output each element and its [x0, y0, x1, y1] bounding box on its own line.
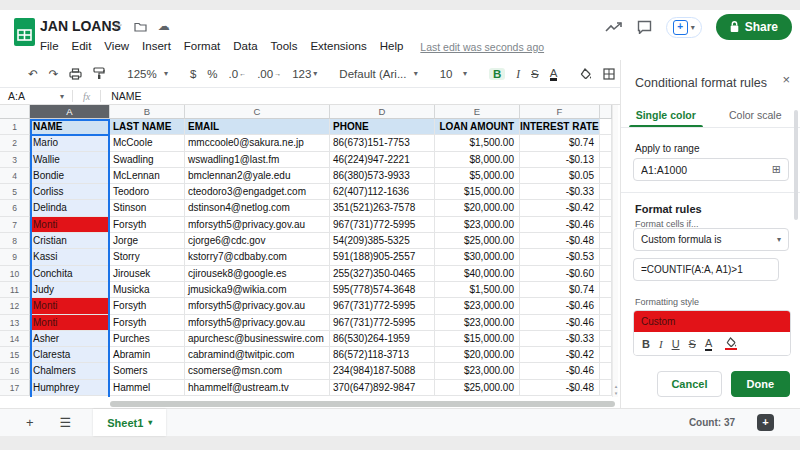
- cell-E14[interactable]: $15,000.00: [435, 331, 520, 347]
- row-header-13[interactable]: 13: [0, 315, 30, 331]
- close-icon[interactable]: ×: [782, 73, 790, 86]
- cell-D6[interactable]: 351(521)263-7578: [330, 200, 435, 216]
- name-box[interactable]: A:A: [0, 90, 60, 102]
- cell-A13[interactable]: Monti: [30, 315, 110, 331]
- cell-E3[interactable]: $8,000.00: [435, 152, 520, 168]
- cancel-button[interactable]: Cancel: [657, 371, 721, 397]
- column-header-E[interactable]: E: [435, 105, 520, 119]
- row-header-17[interactable]: 17: [0, 380, 30, 396]
- scroll-up-icon[interactable]: ▴: [613, 383, 619, 389]
- cell-D11[interactable]: 595(778)574-3648: [330, 282, 435, 298]
- cell-partial[interactable]: [600, 380, 612, 396]
- cell-partial[interactable]: [600, 152, 612, 168]
- cell-D9[interactable]: 591(188)905-2557: [330, 249, 435, 265]
- cell-F13[interactable]: -$0.46: [520, 315, 600, 331]
- cell-B8[interactable]: Jorge: [110, 233, 185, 249]
- cell-partial[interactable]: [600, 282, 612, 298]
- strikethrough-button[interactable]: S: [689, 338, 696, 350]
- cell-F12[interactable]: -$0.46: [520, 298, 600, 314]
- cell-E6[interactable]: $20,000.00: [435, 200, 520, 216]
- cell-E15[interactable]: $20,000.00: [435, 347, 520, 363]
- decrease-decimal-button[interactable]: .0←: [229, 68, 247, 80]
- cell-A6[interactable]: Delinda: [30, 200, 110, 216]
- cell-C2[interactable]: mmccoole0@sakura.ne.jp: [185, 135, 330, 151]
- row-header-12[interactable]: 12: [0, 298, 30, 314]
- cell-E10[interactable]: $40,000.00: [435, 266, 520, 282]
- row-header-1[interactable]: 1: [0, 119, 30, 135]
- cell-C4[interactable]: bmclennan2@yale.edu: [185, 168, 330, 184]
- condition-select[interactable]: Custom formula is ▾: [633, 228, 789, 251]
- cell-A11[interactable]: Judy: [30, 282, 110, 298]
- cell-B12[interactable]: Forsyth: [110, 298, 185, 314]
- cell-F16[interactable]: -$0.46: [520, 363, 600, 379]
- row-header-7[interactable]: 7: [0, 217, 30, 233]
- cell-partial[interactable]: [600, 347, 612, 363]
- formula-input[interactable]: NAME: [101, 90, 141, 102]
- tab-color-scale[interactable]: Color scale: [711, 102, 800, 127]
- cell-C16[interactable]: csomerse@msn.com: [185, 363, 330, 379]
- cell-C11[interactable]: jmusicka9@wikia.com: [185, 282, 330, 298]
- cloud-status-icon[interactable]: ☁: [158, 19, 170, 33]
- tab-single-color[interactable]: Single color: [621, 102, 711, 127]
- cell-C15[interactable]: cabramind@twitpic.com: [185, 347, 330, 363]
- cell-D13[interactable]: 967(731)772-5995: [330, 315, 435, 331]
- increase-decimal-button[interactable]: .00→: [257, 68, 281, 80]
- cell-partial[interactable]: [600, 217, 612, 233]
- cell-A3[interactable]: Wallie: [30, 152, 110, 168]
- cell-A15[interactable]: Claresta: [30, 347, 110, 363]
- row-header-15[interactable]: 15: [0, 347, 30, 363]
- cell-F1[interactable]: INTEREST RATE: [520, 119, 600, 135]
- cell-B16[interactable]: Somers: [110, 363, 185, 379]
- menu-view[interactable]: View: [104, 40, 129, 53]
- borders-button[interactable]: [603, 68, 615, 80]
- cell-A16[interactable]: Chalmers: [30, 363, 110, 379]
- cell-C12[interactable]: mforsyth5@privacy.gov.au: [185, 298, 330, 314]
- last-edit-link[interactable]: Last edit was seconds ago: [420, 40, 544, 53]
- cell-E8[interactable]: $25,000.00: [435, 233, 520, 249]
- cell-F5[interactable]: -$0.33: [520, 184, 600, 200]
- cell-A1[interactable]: NAME: [30, 119, 110, 135]
- row-header-10[interactable]: 10: [0, 266, 30, 282]
- menu-file[interactable]: File: [40, 40, 59, 53]
- text-color-button[interactable]: A: [550, 67, 558, 81]
- cell-A8[interactable]: Cristian: [30, 233, 110, 249]
- cell-D12[interactable]: 967(731)772-5995: [330, 298, 435, 314]
- cell-F8[interactable]: -$0.48: [520, 233, 600, 249]
- row-header-2[interactable]: 2: [0, 135, 30, 151]
- cell-partial[interactable]: [600, 184, 612, 200]
- row-header-8[interactable]: 8: [0, 233, 30, 249]
- cell-B9[interactable]: Storry: [110, 249, 185, 265]
- cell-B10[interactable]: Jirousek: [110, 266, 185, 282]
- cell-D2[interactable]: 86(673)151-7753: [330, 135, 435, 151]
- cell-F10[interactable]: -$0.60: [520, 266, 600, 282]
- count-status[interactable]: Count: 37: [689, 417, 735, 428]
- redo-icon[interactable]: ↷: [49, 67, 59, 81]
- cell-B17[interactable]: Hammel: [110, 380, 185, 396]
- trend-chart-icon[interactable]: [605, 21, 623, 33]
- name-box-caret-icon[interactable]: ▾: [60, 92, 64, 101]
- fill-color-button[interactable]: [579, 68, 592, 80]
- cell-F11[interactable]: $0.74: [520, 282, 600, 298]
- cell-C9[interactable]: kstorry7@cdbaby.com: [185, 249, 330, 265]
- print-icon[interactable]: [69, 68, 82, 80]
- cell-partial[interactable]: [600, 266, 612, 282]
- menu-insert[interactable]: Insert: [142, 40, 171, 53]
- cell-D7[interactable]: 967(731)772-5995: [330, 217, 435, 233]
- format-percent-button[interactable]: %: [207, 68, 217, 80]
- menu-tools[interactable]: Tools: [271, 40, 298, 53]
- text-color-button[interactable]: A: [705, 337, 712, 351]
- cell-F17[interactable]: -$0.48: [520, 380, 600, 396]
- cell-A9[interactable]: Kassi: [30, 249, 110, 265]
- column-header-A[interactable]: A: [30, 105, 110, 119]
- cell-D17[interactable]: 370(647)892-9847: [330, 380, 435, 396]
- cell-partial[interactable]: [600, 249, 612, 265]
- cell-A2[interactable]: Mario: [30, 135, 110, 151]
- cell-D8[interactable]: 54(209)385-5325: [330, 233, 435, 249]
- cell-E9[interactable]: $30,000.00: [435, 249, 520, 265]
- cell-E2[interactable]: $1,500.00: [435, 135, 520, 151]
- cell-B15[interactable]: Abramin: [110, 347, 185, 363]
- cell-C6[interactable]: dstinson4@netlog.com: [185, 200, 330, 216]
- row-header-6[interactable]: 6: [0, 200, 30, 216]
- cell-partial[interactable]: [600, 315, 612, 331]
- row-header-9[interactable]: 9: [0, 249, 30, 265]
